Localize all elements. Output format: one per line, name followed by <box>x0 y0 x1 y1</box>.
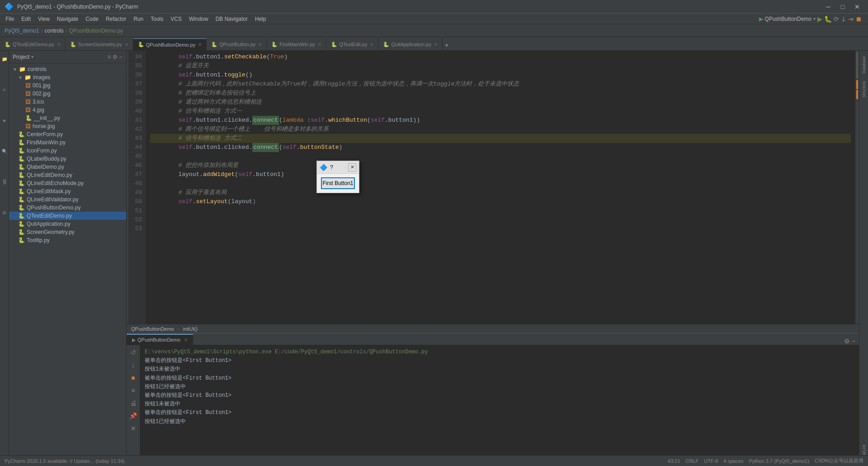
menu-run[interactable]: Run <box>130 14 147 24</box>
breadcrumb-class[interactable]: QPushButtonDemo <box>131 326 174 332</box>
py-icon: 🐍 <box>18 139 25 146</box>
tab-qpushbutton[interactable]: 🐍 QPushButton.py ✕ <box>207 38 267 50</box>
img-icon: 🖼 <box>25 123 31 129</box>
tab-close-icon[interactable]: ✕ <box>370 42 373 47</box>
menu-file[interactable]: File <box>2 14 18 24</box>
collapse-all-icon[interactable]: ≡ <box>108 54 111 60</box>
scroll-down-icon[interactable]: ↓ <box>128 360 139 371</box>
tab-quitapplication[interactable]: 🐍 QuitApplication.py ✕ <box>378 38 443 50</box>
hide-panel-icon[interactable]: − <box>119 54 123 60</box>
hide-panel-icon[interactable]: − <box>852 338 855 345</box>
run-tab[interactable]: ▶ QPushButtonDemo ✕ <box>127 334 193 345</box>
tree-qlineeditechomode[interactable]: 🐍 QLineEditEchoMode.py <box>9 179 126 187</box>
close-run-icon[interactable]: ✕ <box>128 423 139 434</box>
indent-setting[interactable]: 4 spaces <box>724 458 744 464</box>
dialog-close-button[interactable]: ✕ <box>348 163 356 171</box>
tab-close-icon[interactable]: ✕ <box>434 42 438 47</box>
tree-screengeometry[interactable]: 🐍 ScreenGeometry.py <box>9 228 126 236</box>
tree-qlabeldemo[interactable]: 🐍 QlabelDemo.py <box>9 163 126 171</box>
menu-tools[interactable]: Tools <box>147 14 167 24</box>
editor-scrollbar[interactable] <box>855 51 859 324</box>
tab-close-icon[interactable]: ✕ <box>318 42 321 47</box>
sidebar-vert-structure[interactable]: Structure <box>861 77 867 101</box>
run-config-dropdown[interactable]: ▾ <box>813 16 816 21</box>
tab-close-icon[interactable]: ✕ <box>198 42 202 47</box>
tree-4jpg[interactable]: 🖼 4.jpg <box>9 106 126 114</box>
tree-001jpg[interactable]: 🖼 001.jpg <box>9 81 126 90</box>
menu-vcs[interactable]: VCS <box>167 14 185 24</box>
tree-item-label: images <box>33 74 51 81</box>
menu-navigate[interactable]: Navigate <box>53 14 82 24</box>
debug-button[interactable]: 🐛 <box>824 15 832 23</box>
run-tab-close[interactable]: ✕ <box>184 338 188 342</box>
line-num: 47 <box>127 170 142 179</box>
breadcrumb-file[interactable]: QPushButtonDemo.py <box>69 28 123 34</box>
breadcrumb-method[interactable]: initUI() <box>183 326 197 332</box>
toolbar-icon1[interactable]: ⟳ <box>834 15 839 23</box>
tab-close-icon[interactable]: ✕ <box>258 42 262 47</box>
tree-horsejpg[interactable]: 🖼 horse.jpg <box>9 122 126 130</box>
tree-qlineeditdemo[interactable]: 🐍 QLineEditDemo.py <box>9 171 126 179</box>
menu-help[interactable]: Help <box>251 14 270 24</box>
stop-run-icon[interactable]: ■ <box>128 372 139 383</box>
menu-refactor[interactable]: Refactor <box>102 14 130 24</box>
tree-3ico[interactable]: 🖼 3.ico <box>9 98 126 106</box>
tab-qtextedit[interactable]: 🐍 QTextEdit.py ✕ <box>326 38 378 50</box>
settings-icon[interactable]: ⚙ <box>113 54 118 60</box>
breadcrumb-sep1: › <box>41 28 43 34</box>
tree-firstmainwin[interactable]: 🐍 FirstMainWin.py <box>9 138 126 147</box>
tree-qlineeditvalidator[interactable]: 🐍 QLineEditValidator.py <box>9 195 126 204</box>
tree-images-folder[interactable]: ▼ 📁 images <box>9 73 126 81</box>
code-container[interactable]: 34 35 36 37 38 39 40 41 42 43 44 45 46 4… <box>127 51 859 324</box>
menu-edit[interactable]: Edit <box>18 14 34 24</box>
dialog-first-button[interactable]: First Button1 <box>321 177 355 189</box>
code-content[interactable]: self.button1.setCheckable(True) # 设置开关 s… <box>146 51 855 324</box>
pin-icon[interactable]: 📌 <box>128 410 139 421</box>
run-button[interactable]: ▶ <box>817 15 822 23</box>
project-dropdown-icon[interactable]: ▾ <box>31 54 33 59</box>
tree-controls-folder[interactable]: ▼ 📁 controls <box>9 65 126 73</box>
menu-code[interactable]: Code <box>82 14 102 24</box>
tree-qtexteditdemo[interactable]: 🐍 QTextEditDemo.py <box>9 212 126 220</box>
tab-firstmainwin[interactable]: 🐍 FirstMainWin.py ✕ <box>267 38 326 50</box>
tab-screengeometry[interactable]: 🐍 ScreenGeometry.py ✕ <box>66 38 133 50</box>
tab-qpushbuttondemo[interactable]: 🐍 QPushButtonDemo.py ✕ <box>133 38 207 50</box>
console-output[interactable]: E:\venvs\PyQt5_demo1\Scripts\python.exe … <box>140 345 859 455</box>
maximize-button[interactable]: □ <box>836 0 849 13</box>
minimize-button[interactable]: ─ <box>822 0 835 13</box>
tree-qlineeditmask[interactable]: 🐍 QLineEditMask.py <box>9 187 126 195</box>
tree-tooltip[interactable]: 🐍 Tooltip.py <box>9 236 126 244</box>
tree-iconform[interactable]: 🐍 IconForm.py <box>9 147 126 155</box>
tree-002jpg[interactable]: 🖼 002.jpg <box>9 90 126 98</box>
menu-window[interactable]: Window <box>185 14 212 24</box>
menu-view[interactable]: View <box>34 14 53 24</box>
encoding[interactable]: UTF-8 <box>704 458 718 464</box>
tree-qpushbuttondemo[interactable]: 🐍 QPushButtonDemo.py <box>9 204 126 212</box>
settings-gear-icon[interactable]: ⚙ <box>844 338 850 345</box>
tab-close-icon[interactable]: ✕ <box>57 42 61 47</box>
update-message[interactable]: PyCharm 2020.1.5 available: // Update...… <box>5 458 125 464</box>
breadcrumb-project[interactable]: PyQt5_demo1 <box>5 28 39 34</box>
toolbar-icon3[interactable]: ⇥ <box>848 15 854 23</box>
tree-item-label: QLineEditValidator.py <box>27 196 79 203</box>
cursor-position[interactable]: 43:21 <box>668 458 680 464</box>
tab-overflow[interactable]: ▾ <box>443 40 451 50</box>
tree-item-label: Tooltip.py <box>27 237 50 243</box>
sidebar-vert-database[interactable]: Database <box>861 52 867 77</box>
toolbar-icon2[interactable]: ⤓ <box>841 15 846 23</box>
tree-init-py[interactable]: 🐍 __init__.py <box>9 114 126 122</box>
close-button[interactable]: ✕ <box>851 0 863 13</box>
tree-quitapplication[interactable]: 🐍 QuitApplication.py <box>9 220 126 228</box>
tree-centerform[interactable]: 🐍 CenterForm.py <box>9 130 126 138</box>
line-ending[interactable]: CRLF <box>686 458 699 464</box>
stop-button[interactable]: ⏹ <box>855 15 862 23</box>
breadcrumb-folder[interactable]: controls <box>45 28 64 34</box>
menu-dbnavigator[interactable]: DB Navigator <box>212 14 251 24</box>
tab-qtexteditdemo[interactable]: 🐍 QTextEditDemo.py ✕ <box>0 38 66 50</box>
tab-close-icon[interactable]: ✕ <box>125 42 128 47</box>
print-icon[interactable]: 🖨 <box>128 398 139 409</box>
tree-qlabelbuddy[interactable]: 🐍 QLabelBuddy.py <box>9 155 126 163</box>
soft-wrap-icon[interactable]: ≡ <box>128 385 139 396</box>
python-version[interactable]: Python 3.7 (PyQt5_demo1) <box>749 458 809 464</box>
rerun-icon[interactable]: ↺ <box>128 347 139 358</box>
